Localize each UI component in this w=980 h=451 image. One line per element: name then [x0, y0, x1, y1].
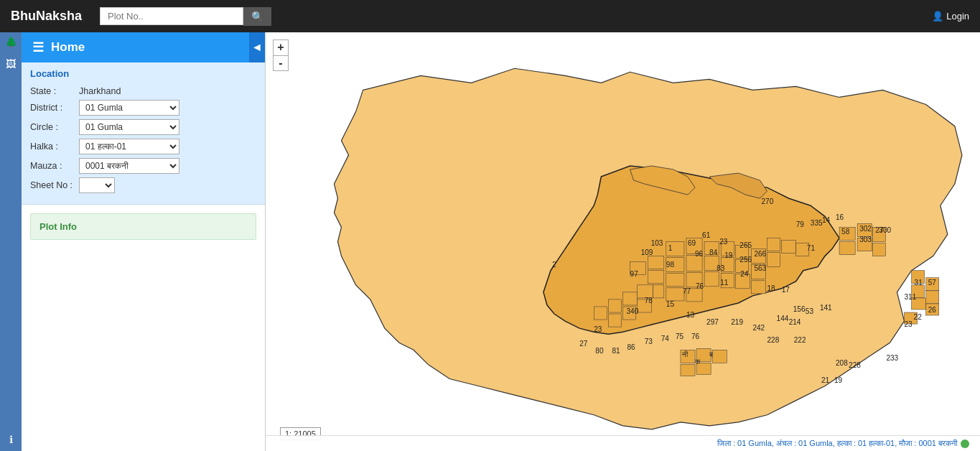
- sidebar-header: ☰ Home ◄: [22, 32, 265, 62]
- search-input[interactable]: [100, 7, 243, 25]
- map-label-75: 75: [676, 333, 684, 340]
- map-label-53: 53: [806, 307, 814, 315]
- main-layout: 🌲 🖼 ℹ ☰ Home ◄ Location State : Jharkhan…: [0, 32, 980, 451]
- status-dot: [961, 440, 969, 448]
- map-area[interactable]: + -: [266, 32, 980, 451]
- map-label-73: 73: [645, 338, 653, 345]
- map-label-311: 311: [905, 293, 917, 301]
- info-icon[interactable]: ℹ: [9, 434, 13, 445]
- map-label-t10: 19: [834, 376, 843, 384]
- sheet-select[interactable]: [79, 177, 115, 193]
- plot-info-title: Plot Info: [39, 221, 247, 232]
- map-label-208: 208: [836, 359, 848, 367]
- map-label-109: 109: [641, 248, 653, 256]
- location-title: Location: [30, 68, 256, 79]
- hamburger-icon[interactable]: ☰: [32, 39, 44, 55]
- mauza-select[interactable]: 0001 बरकनी: [79, 158, 179, 174]
- sheet-label: Sheet No :: [30, 180, 79, 190]
- map-label-t2: 77: [683, 287, 691, 295]
- navbar: BhuNaksha 🔍 👤 Login: [0, 0, 980, 32]
- svg-rect-29: [666, 288, 684, 301]
- map-label-t5: 22: [914, 313, 923, 321]
- state-row: State : Jharkhand: [30, 86, 256, 96]
- svg-rect-44: [872, 243, 885, 256]
- map-label-97: 97: [630, 270, 639, 278]
- circle-select[interactable]: 01 Gumla: [79, 119, 179, 135]
- login-button[interactable]: 👤 Login: [932, 11, 969, 22]
- svg-rect-36: [608, 314, 621, 327]
- svg-rect-42: [839, 242, 855, 255]
- map-svg[interactable]: 270 300 2 340 311 233 208 156 222 228 24…: [266, 32, 980, 451]
- search-container: 🔍: [100, 7, 271, 26]
- map-label-74: 74: [661, 335, 670, 343]
- login-label: Login: [946, 11, 969, 22]
- sidebar-body: Location State : Jharkhand District : 01…: [22, 62, 265, 451]
- map-label-t7: 31: [915, 279, 923, 287]
- map-label-335: 335: [811, 219, 823, 227]
- map-label-s4: 302: [859, 225, 872, 233]
- map-label-t1: 76: [696, 282, 704, 290]
- map-label-s2: 16: [836, 213, 844, 221]
- map-label-t9: 23: [905, 320, 913, 328]
- map-label-76: 76: [691, 333, 700, 340]
- svg-rect-54: [712, 350, 727, 363]
- map-label-t12: ब: [709, 350, 714, 358]
- svg-rect-33: [623, 292, 638, 305]
- map-label-96: 96: [695, 250, 704, 258]
- map-regions: 270 300 2 340 311 233 208 156 222 228 24…: [334, 68, 962, 429]
- map-label-78: 78: [645, 297, 653, 304]
- image-icon[interactable]: 🖼: [6, 58, 16, 70]
- map-label-256: 256: [739, 256, 752, 264]
- map-label-156: 156: [793, 305, 806, 313]
- map-label-61: 61: [702, 231, 711, 239]
- icon-bar: 🌲 🖼 ℹ: [0, 32, 22, 451]
- map-label-71: 71: [807, 244, 816, 252]
- circle-row: Circle : 01 Gumla: [30, 119, 256, 135]
- circle-label: Circle :: [30, 122, 79, 132]
- state-value: Jharkhand: [79, 86, 121, 96]
- map-label-t6: 26: [928, 306, 937, 314]
- map-label-84: 84: [709, 248, 718, 256]
- map-label-23b: 23: [594, 325, 602, 333]
- svg-rect-35: [594, 307, 607, 320]
- status-text: जिला : 01 Gumla, अंचल : 01 Gumla, हल्का …: [717, 439, 957, 448]
- map-label-s6: 27: [875, 226, 884, 234]
- map-label-222: 222: [794, 336, 806, 344]
- zoom-in-button[interactable]: +: [273, 39, 289, 55]
- map-label-s3: 58: [841, 228, 850, 236]
- district-label: District :: [30, 103, 79, 113]
- map-label-27: 27: [579, 340, 588, 348]
- mauza-row: Mauza : 0001 बरकनी: [30, 158, 256, 174]
- brand-logo: BhuNaksha: [11, 9, 82, 24]
- zoom-out-button[interactable]: -: [273, 55, 289, 71]
- map-label-11: 11: [720, 279, 729, 287]
- svg-rect-26: [767, 253, 780, 267]
- tree-icon[interactable]: 🌲: [5, 36, 17, 47]
- search-button[interactable]: 🔍: [243, 7, 271, 26]
- map-label-13: 13: [686, 311, 695, 319]
- map-label-1: 1: [668, 244, 673, 252]
- map-label-81: 81: [612, 347, 620, 355]
- svg-rect-25: [767, 238, 780, 251]
- status-bar: जिला : 01 Gumla, अंचल : 01 Gumla, हल्का …: [266, 435, 980, 451]
- map-label-19: 19: [724, 251, 733, 259]
- halka-select[interactable]: 01 हल्का-01: [79, 139, 179, 154]
- svg-rect-19: [704, 272, 719, 287]
- map-label-141: 141: [820, 304, 832, 312]
- sidebar: ☰ Home ◄ Location State : Jharkhand Dist…: [22, 32, 266, 451]
- map-label-15: 15: [666, 300, 675, 308]
- map-label-24: 24: [740, 270, 749, 278]
- map-label-86: 86: [627, 343, 636, 351]
- svg-rect-17: [666, 274, 684, 287]
- svg-rect-16: [648, 271, 664, 284]
- district-select[interactable]: 01 Gumla: [79, 100, 179, 116]
- map-label-s1: 14: [822, 216, 831, 224]
- user-icon: 👤: [932, 11, 943, 22]
- location-section: Location State : Jharkhand District : 01…: [22, 62, 265, 205]
- map-label-98: 98: [666, 261, 675, 269]
- sidebar-toggle-button[interactable]: ◄: [249, 32, 265, 62]
- map-label-242: 242: [752, 324, 765, 332]
- map-label-228b: 228: [849, 361, 861, 369]
- svg-rect-24: [751, 281, 765, 294]
- map-label-80: 80: [595, 347, 604, 355]
